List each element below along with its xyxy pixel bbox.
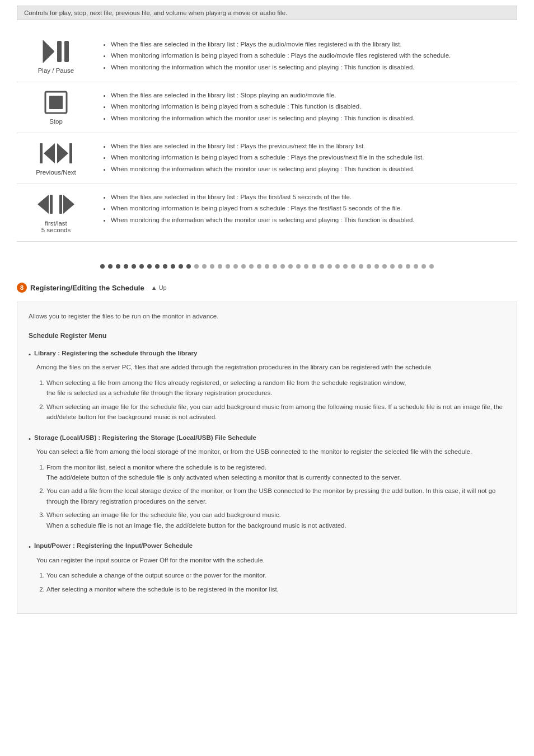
- section8-header: 8 Registering/Editing the Schedule ▲ Up: [17, 283, 517, 293]
- separator-dot: [147, 264, 152, 269]
- info-banner: Controls for play, stop, next file, prev…: [17, 6, 517, 20]
- svg-rect-5: [40, 143, 43, 163]
- separator-dot: [421, 264, 426, 269]
- separator-dot: [312, 264, 316, 269]
- svg-rect-12: [59, 195, 62, 214]
- separator-dot: [273, 264, 277, 269]
- bullet-dot: •: [29, 434, 31, 445]
- svg-rect-8: [69, 143, 72, 163]
- menu-item-list: When selecting a file from among the fil…: [46, 378, 505, 422]
- control-desc-item: When the files are selected in the libra…: [111, 90, 512, 100]
- control-desc-item: When monitoring information is being pla…: [111, 50, 512, 60]
- menu-item-list-item: From the monitor list, select a monitor …: [46, 462, 505, 483]
- separator-dot: [171, 264, 175, 269]
- svg-rect-1: [57, 41, 62, 62]
- svg-rect-2: [64, 41, 69, 62]
- control-label-play-pause: Play / Pause: [22, 67, 90, 74]
- menu-item-header: • Input/Power : Registering the Input/Po…: [29, 541, 505, 553]
- menu-section-storage: • Storage (Local/USB) : Registering the …: [29, 433, 505, 530]
- control-desc-item: When the files are selected in the libra…: [111, 39, 512, 49]
- menu-section-input-power: • Input/Power : Registering the Input/Po…: [29, 541, 505, 594]
- menu-item-list-item: You can schedule a change of the output …: [46, 570, 505, 580]
- separator-dot: [194, 264, 199, 269]
- separator-dot: [288, 264, 293, 269]
- separator-dot: [390, 264, 395, 269]
- control-desc-item: When monitoring the information which th…: [111, 113, 512, 123]
- separator-dot: [139, 264, 144, 269]
- menu-item-list-item: After selecting a monitor where the sche…: [46, 584, 505, 594]
- separator-dot: [249, 264, 254, 269]
- separator-dot: [414, 264, 418, 269]
- separator-dot: [351, 264, 355, 269]
- control-desc-play-pause: When the files are selected in the libra…: [95, 31, 517, 82]
- control-desc-item: When the files are selected in the libra…: [111, 192, 512, 202]
- separator-dot: [374, 264, 379, 269]
- menu-item-desc: You can register the input source or Pow…: [36, 555, 505, 566]
- separator-dot: [304, 264, 308, 269]
- separator-dot: [343, 264, 348, 269]
- control-desc-item: When monitoring the information which th…: [111, 62, 512, 72]
- svg-rect-10: [50, 195, 53, 214]
- svg-marker-11: [63, 195, 74, 214]
- separator-dot: [233, 264, 238, 269]
- menu-section-library: • Library : Registering the schedule thr…: [29, 348, 505, 422]
- page-wrapper: Controls for play, stop, next file, prev…: [0, 0, 534, 619]
- bullet-dot: •: [29, 349, 31, 360]
- bullet-dot: •: [29, 542, 31, 553]
- separator-dot: [280, 264, 285, 269]
- separator-dot: [218, 264, 222, 269]
- play-pause-icon: [22, 39, 90, 64]
- menu-item-list-item: When selecting a file from among the fil…: [46, 378, 505, 398]
- menu-item-list-item: You can add a file from the local storag…: [46, 486, 505, 506]
- separator-dot: [367, 264, 371, 269]
- section-title: Registering/Editing the Schedule: [30, 284, 144, 292]
- banner-text: Controls for play, stop, next file, prev…: [24, 10, 287, 16]
- control-icon-cell-play-pause: Play / Pause: [17, 31, 95, 82]
- svg-marker-7: [57, 143, 68, 163]
- svg-marker-0: [43, 40, 54, 63]
- schedule-menu-title: Schedule Register Menu: [29, 330, 505, 341]
- control-desc-item: When monitoring the information which th…: [111, 164, 512, 174]
- control-desc-item: When monitoring information is being pla…: [111, 203, 512, 213]
- separator-dot: [406, 264, 410, 269]
- up-link[interactable]: ▲ Up: [151, 284, 167, 291]
- separator-dot: [163, 264, 167, 269]
- separator-dot: [241, 264, 246, 269]
- menu-item-header-text: Storage (Local/USB) : Registering the St…: [34, 433, 256, 445]
- control-desc-item: When the files are selected in the libra…: [111, 141, 512, 151]
- menu-item-desc: Among the files on the server PC, files …: [36, 362, 505, 373]
- separator-dot: [210, 264, 214, 269]
- menu-item-header-text: Input/Power : Registering the Input/Powe…: [34, 541, 193, 553]
- separator-dot: [116, 264, 120, 269]
- separator-dot: [327, 264, 332, 269]
- control-desc-item: When monitoring information is being pla…: [111, 101, 512, 111]
- svg-marker-9: [38, 195, 49, 214]
- control-icon-cell-stop: Stop: [17, 82, 95, 133]
- separator-dot: [429, 264, 434, 269]
- control-label-stop: Stop: [22, 118, 90, 125]
- control-desc-previous-next: When the files are selected in the libra…: [95, 133, 517, 184]
- separator-dot: [382, 264, 387, 269]
- separator-dot: [226, 264, 230, 269]
- menu-item-list-item: When selecting an image file for the sch…: [46, 402, 505, 422]
- dot-separator: [17, 253, 517, 283]
- separator-dot: [132, 264, 136, 269]
- menu-item-list: You can schedule a change of the output …: [46, 570, 505, 594]
- control-desc-first-last: When the files are selected in the libra…: [95, 184, 517, 242]
- separator-dot: [359, 264, 363, 269]
- section-number: 8: [17, 283, 27, 293]
- separator-dot: [296, 264, 301, 269]
- separator-dot: [265, 264, 269, 269]
- control-desc-stop: When the files are selected in the libra…: [95, 82, 517, 133]
- separator-dot: [202, 264, 207, 269]
- menu-item-header-text: Library : Registering the schedule throu…: [34, 348, 197, 360]
- separator-dot: [155, 264, 160, 269]
- separator-dot: [320, 264, 324, 269]
- menu-item-header: • Library : Registering the schedule thr…: [29, 348, 505, 360]
- menu-item-desc: You can select a file from among the loc…: [36, 447, 505, 458]
- control-label-first-last: first/last5 seconds: [22, 220, 90, 233]
- control-icon-cell-first-last: first/last5 seconds: [17, 184, 95, 242]
- control-desc-item: When monitoring information is being pla…: [111, 152, 512, 162]
- svg-marker-6: [44, 143, 55, 163]
- separator-dot: [179, 264, 183, 269]
